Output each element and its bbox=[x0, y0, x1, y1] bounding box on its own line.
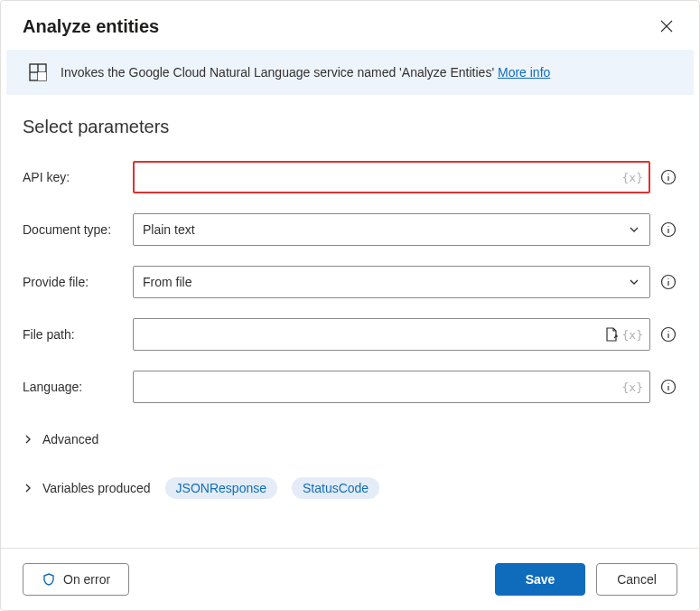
banner-text-content: Invokes the Google Cloud Natural Languag… bbox=[61, 65, 498, 80]
label-document-type: Document type: bbox=[23, 222, 133, 237]
more-info-link[interactable]: More info bbox=[498, 65, 550, 80]
label-provide-file: Provide file: bbox=[23, 275, 133, 289]
input-wrap-language: {x} bbox=[133, 371, 650, 403]
chevron-down-icon bbox=[628, 223, 640, 236]
footer-left: On error bbox=[23, 563, 129, 596]
info-button-provide-file[interactable] bbox=[659, 273, 677, 291]
row-file-path: File path: {x} bbox=[23, 318, 677, 351]
svg-point-15 bbox=[667, 331, 668, 332]
input-wrap-api-key: {x} bbox=[133, 161, 650, 193]
info-button-document-type[interactable] bbox=[659, 221, 677, 239]
dialog-header: Analyze entities bbox=[1, 1, 699, 50]
action-icon bbox=[28, 62, 48, 82]
document-type-select[interactable]: Plain text bbox=[133, 213, 650, 246]
label-language: Language: bbox=[23, 380, 133, 394]
info-icon bbox=[660, 379, 677, 395]
api-key-input[interactable] bbox=[133, 161, 650, 193]
shield-icon bbox=[42, 572, 56, 587]
svg-rect-3 bbox=[38, 72, 46, 80]
dialog-title: Analyze entities bbox=[23, 16, 159, 37]
row-api-key: API key: {x} bbox=[23, 161, 677, 193]
language-input[interactable] bbox=[133, 371, 650, 403]
file-path-input[interactable] bbox=[133, 318, 650, 351]
variable-chip-status[interactable]: StatusCode bbox=[292, 477, 379, 499]
on-error-label: On error bbox=[63, 572, 110, 587]
svg-point-6 bbox=[667, 174, 668, 174]
label-api-key: API key: bbox=[23, 170, 133, 184]
field-language: {x} bbox=[133, 371, 677, 403]
row-document-type: Document type: Plain text bbox=[23, 213, 677, 246]
field-provide-file: From file bbox=[133, 266, 677, 298]
row-provide-file: Provide file: From file bbox=[23, 266, 677, 298]
field-file-path: {x} bbox=[133, 318, 677, 351]
field-api-key: {x} bbox=[133, 161, 677, 193]
select-wrap-provide-file: From file bbox=[133, 266, 650, 298]
row-language: Language: {x} bbox=[23, 371, 677, 403]
chevron-down-icon bbox=[628, 276, 640, 288]
section-title: Select parameters bbox=[23, 117, 677, 137]
info-icon bbox=[660, 326, 677, 343]
cancel-label: Cancel bbox=[617, 572, 657, 587]
provide-file-value: From file bbox=[143, 275, 191, 289]
footer-right: Save Cancel bbox=[495, 563, 677, 596]
provide-file-select[interactable]: From file bbox=[133, 266, 650, 298]
svg-point-12 bbox=[667, 278, 668, 279]
label-file-path: File path: bbox=[23, 327, 133, 342]
info-button-language[interactable] bbox=[659, 378, 677, 396]
info-button-api-key[interactable] bbox=[659, 168, 677, 186]
svg-point-9 bbox=[667, 226, 668, 227]
select-wrap-document-type: Plain text bbox=[133, 213, 650, 246]
advanced-label: Advanced bbox=[42, 432, 98, 446]
field-document-type: Plain text bbox=[133, 213, 677, 246]
info-button-file-path[interactable] bbox=[659, 325, 677, 343]
info-icon bbox=[660, 274, 677, 290]
on-error-button[interactable]: On error bbox=[23, 563, 129, 596]
variables-label: Variables produced bbox=[42, 481, 151, 495]
document-type-value: Plain text bbox=[143, 222, 195, 237]
banner-text: Invokes the Google Cloud Natural Languag… bbox=[61, 65, 550, 80]
dialog-content: Select parameters API key: {x} Document … bbox=[1, 95, 699, 548]
info-icon bbox=[660, 169, 677, 185]
info-banner: Invokes the Google Cloud Natural Languag… bbox=[6, 50, 694, 95]
svg-point-18 bbox=[667, 383, 668, 384]
expander-variables[interactable]: Variables produced bbox=[23, 481, 151, 495]
dialog: Analyze entities Invokes the Google Clou… bbox=[0, 0, 700, 611]
variables-produced-row: Variables produced JSONResponse StatusCo… bbox=[23, 468, 677, 508]
save-label: Save bbox=[526, 572, 555, 587]
chevron-right-icon bbox=[23, 483, 33, 494]
chevron-right-icon bbox=[23, 434, 33, 445]
info-icon bbox=[660, 221, 677, 238]
variable-chip-json[interactable]: JSONResponse bbox=[165, 477, 277, 499]
dialog-footer: On error Save Cancel bbox=[1, 548, 699, 610]
cancel-button[interactable]: Cancel bbox=[596, 563, 677, 596]
expander-advanced[interactable]: Advanced bbox=[23, 423, 677, 456]
close-icon bbox=[659, 19, 674, 33]
save-button[interactable]: Save bbox=[495, 563, 585, 596]
input-wrap-file-path: {x} bbox=[133, 318, 650, 351]
close-button[interactable] bbox=[656, 15, 677, 37]
